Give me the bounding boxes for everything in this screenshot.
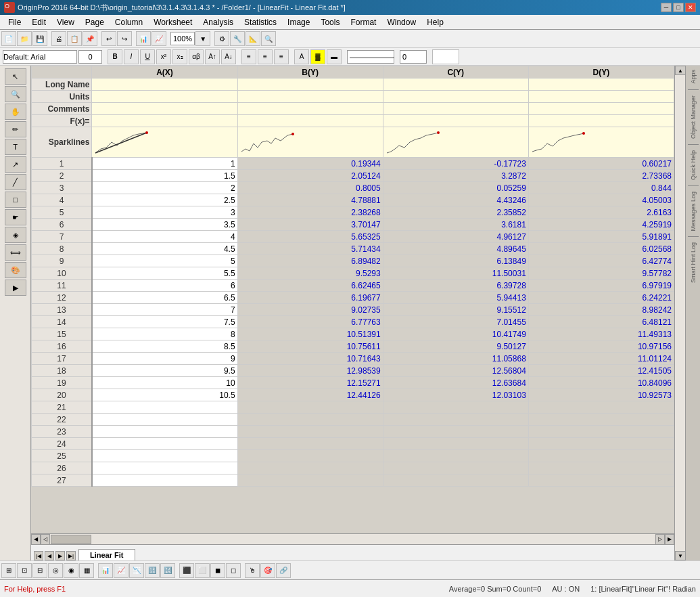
scroll-up-btn[interactable]: ▲: [675, 66, 686, 75]
font-color-btn[interactable]: A: [294, 49, 309, 64]
comments-c[interactable]: [383, 103, 528, 115]
italic-btn[interactable]: I: [124, 49, 139, 64]
cell-d-19[interactable]: 10.84096: [528, 377, 674, 389]
cell-b-19[interactable]: 12.15271: [237, 377, 383, 389]
cell-b-15[interactable]: 10.51391: [237, 328, 383, 340]
cell-a-5[interactable]: 3: [92, 206, 237, 219]
paste-btn[interactable]: 📌: [83, 31, 97, 46]
menu-worksheet[interactable]: Worksheet: [148, 16, 197, 28]
cell-b-20[interactable]: 12.44126: [237, 389, 383, 401]
cell-a-20[interactable]: 10.5: [92, 389, 237, 401]
cell-c-6[interactable]: 3.6181: [383, 219, 528, 231]
cell-a-3[interactable]: 2: [92, 182, 237, 194]
bt8[interactable]: 📈: [114, 563, 129, 578]
long-name-c[interactable]: [383, 79, 528, 91]
cell-a-23[interactable]: [92, 426, 237, 438]
cell-a-4[interactable]: 2.5: [92, 194, 237, 206]
cell-a-17[interactable]: 9: [92, 353, 237, 365]
cell-d-25[interactable]: [528, 450, 674, 462]
sheet-tab-linear-fit[interactable]: Linear Fit: [78, 549, 135, 560]
cell-d-11[interactable]: 6.97919: [528, 280, 674, 292]
arrow-tool[interactable]: ↗: [5, 156, 26, 173]
cell-b-16[interactable]: 10.75611: [237, 340, 383, 353]
save-btn[interactable]: 💾: [32, 31, 47, 46]
cell-c-21[interactable]: [383, 401, 528, 414]
draw-tool[interactable]: ✏: [5, 121, 26, 137]
cell-a-9[interactable]: 5: [92, 255, 237, 267]
cell-d-24[interactable]: [528, 438, 674, 450]
cell-b-11[interactable]: 6.62465: [237, 280, 383, 292]
tool2[interactable]: 🔧: [230, 31, 245, 46]
copy-btn[interactable]: 📋: [67, 31, 82, 46]
cell-a-21[interactable]: [92, 401, 237, 414]
cell-c-16[interactable]: 9.50127: [383, 340, 528, 353]
cell-a-10[interactable]: 5.5: [92, 267, 237, 280]
scroll-right-btn[interactable]: ▶: [665, 534, 674, 545]
bt17[interactable]: 🎯: [260, 563, 275, 578]
bt11[interactable]: 🔣: [160, 563, 175, 578]
cell-a-13[interactable]: 7: [92, 304, 237, 316]
cell-d-22[interactable]: [528, 414, 674, 426]
cell-c-20[interactable]: 12.03103: [383, 389, 528, 401]
cell-b-7[interactable]: 5.65325: [237, 231, 383, 243]
menu-window[interactable]: Window: [381, 16, 421, 28]
print-btn[interactable]: 🖨: [51, 31, 66, 46]
cell-b-25[interactable]: [237, 450, 383, 462]
menu-page[interactable]: Page: [80, 16, 110, 28]
maximize-button[interactable]: □: [673, 3, 684, 12]
cell-d-17[interactable]: 11.01124: [528, 353, 674, 365]
cell-c-19[interactable]: 12.63684: [383, 377, 528, 389]
cell-d-16[interactable]: 10.97156: [528, 340, 674, 353]
cell-d-8[interactable]: 6.02568: [528, 243, 674, 255]
cell-a-22[interactable]: [92, 414, 237, 426]
comments-d[interactable]: [528, 103, 674, 115]
bt16[interactable]: 🖱: [245, 563, 260, 578]
cell-b-13[interactable]: 9.02735: [237, 304, 383, 316]
units-a[interactable]: [92, 91, 237, 103]
units-d[interactable]: [528, 91, 674, 103]
hand-tool[interactable]: ☛: [5, 209, 26, 225]
cell-d-4[interactable]: 4.05003: [528, 194, 674, 206]
cell-d-20[interactable]: 10.92573: [528, 389, 674, 401]
line-tool[interactable]: ╱: [5, 174, 26, 190]
bt7[interactable]: 📊: [98, 563, 113, 578]
fx-c[interactable]: [383, 115, 528, 127]
cell-b-6[interactable]: 3.70147: [237, 219, 383, 231]
cell-a-6[interactable]: 3.5: [92, 219, 237, 231]
units-c[interactable]: [383, 91, 528, 103]
cell-c-10[interactable]: 11.50031: [383, 267, 528, 280]
align-center-btn[interactable]: ≡: [258, 49, 273, 64]
cell-b-21[interactable]: [237, 401, 383, 414]
tab-last-btn[interactable]: ▶|: [66, 551, 76, 560]
long-name-b[interactable]: [237, 79, 383, 91]
cell-c-27[interactable]: [383, 474, 528, 487]
color-tool[interactable]: 🎨: [5, 262, 26, 278]
cell-b-4[interactable]: 4.78881: [237, 194, 383, 206]
cell-a-1[interactable]: 1: [92, 158, 237, 170]
bold-btn[interactable]: B: [108, 49, 122, 64]
cell-d-9[interactable]: 6.42774: [528, 255, 674, 267]
bt9[interactable]: 📉: [129, 563, 144, 578]
cell-d-27[interactable]: [528, 474, 674, 487]
underline-btn[interactable]: U: [140, 49, 155, 64]
bt1[interactable]: ⊞: [1, 563, 16, 578]
font-size-input[interactable]: [78, 50, 102, 64]
open-btn[interactable]: 📁: [17, 31, 32, 46]
undo-btn[interactable]: ↩: [101, 31, 116, 46]
cell-c-8[interactable]: 4.89645: [383, 243, 528, 255]
align-left-btn[interactable]: ≡: [241, 49, 256, 64]
bt3[interactable]: ⊟: [32, 563, 47, 578]
scroll-left-small[interactable]: ◁: [41, 534, 50, 545]
cell-a-24[interactable]: [92, 438, 237, 450]
comments-a[interactable]: [92, 103, 237, 115]
cell-d-18[interactable]: 12.41505: [528, 365, 674, 377]
menu-file[interactable]: File: [3, 16, 26, 28]
cell-b-23[interactable]: [237, 426, 383, 438]
bt15[interactable]: ◻: [226, 563, 241, 578]
cell-a-11[interactable]: 6: [92, 280, 237, 292]
minimize-button[interactable]: ─: [661, 3, 672, 12]
cell-b-3[interactable]: 0.8005: [237, 182, 383, 194]
redo-btn[interactable]: ↪: [117, 31, 132, 46]
menu-edit[interactable]: Edit: [26, 16, 51, 28]
cell-b-5[interactable]: 2.38268: [237, 206, 383, 219]
